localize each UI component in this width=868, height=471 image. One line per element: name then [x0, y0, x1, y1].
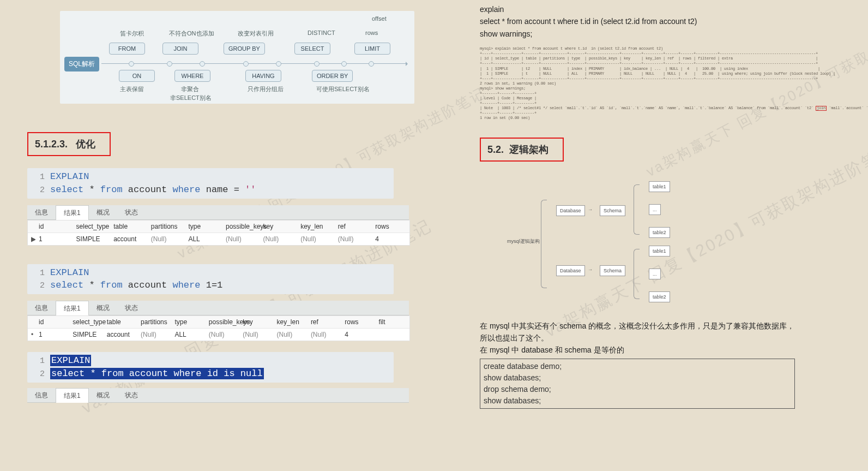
code-block-3: 1EXPLAIN 2select * from account where id… — [27, 352, 394, 383]
col-filtered[interactable]: filt — [376, 316, 409, 329]
arch-root-label: mysql逻辑架构 — [507, 238, 540, 245]
arch-ellipsis-low: ... — [649, 269, 661, 279]
explain-sql-text: explain select * from account t where t.… — [480, 3, 797, 40]
tab-info[interactable]: 信息 — [27, 205, 56, 219]
cell: (Null) — [148, 232, 185, 245]
col-ref[interactable]: ref — [308, 316, 341, 329]
section-heading-logical-arch: 5.2. 逻辑架构 — [480, 138, 564, 162]
tab-result1[interactable]: 结果1 — [56, 388, 89, 403]
tab-info[interactable]: 信息 — [27, 388, 56, 402]
node-where: WHERE — [174, 70, 210, 82]
label-rows: rows — [365, 29, 378, 36]
cell: (Null) — [222, 232, 260, 245]
col-table[interactable]: table — [110, 220, 148, 233]
section-title: 优化 — [76, 139, 95, 150]
grid-row[interactable]: ▶ 1 SIMPLE account (Null) ALL (Null) (Nu… — [28, 232, 409, 245]
tab-result1[interactable]: 结果1 — [56, 301, 89, 315]
col-table[interactable]: table — [104, 316, 137, 329]
label-distinct: DISTINCT — [308, 29, 335, 36]
tab-profile[interactable]: 概况 — [89, 301, 117, 315]
col-select-type[interactable]: select_type — [73, 220, 111, 233]
arch-schema-2: Schema — [600, 265, 625, 276]
cell: ALL — [185, 232, 222, 245]
sql-parsing-diagram: SQL解析 FROM JOIN GROUP BY SELECT LIMIT ON… — [60, 11, 414, 104]
col-key[interactable]: key — [260, 220, 298, 233]
col-key-len[interactable]: key_len — [297, 220, 335, 233]
col-rows[interactable]: rows — [372, 220, 409, 233]
code-token: EXPLAIN — [50, 171, 89, 182]
line-number: 1 — [29, 267, 50, 279]
tab-result1[interactable]: 结果1 — [56, 205, 89, 220]
code-block-1: 1EXPLAIN 2select * from account where na… — [27, 168, 394, 199]
code-selected: EXPLAIN — [50, 355, 91, 366]
node-on: ON — [119, 70, 155, 82]
tab-status[interactable]: 状态 — [117, 205, 146, 219]
node-orderby: ORDER BY — [312, 70, 353, 82]
code-selected: select * from account where id is null — [50, 368, 264, 379]
section-number: 5.2. — [487, 144, 504, 155]
label-tableref: 改变对表引用 — [238, 29, 274, 38]
code-block-2: 1EXPLAIN 2select * from account where 1=… — [27, 264, 394, 295]
arch-schema-1: Schema — [600, 205, 625, 216]
arch-table2-low: table2 — [649, 291, 670, 302]
cell — [376, 329, 409, 341]
col-id[interactable]: id — [35, 316, 69, 329]
section-title: 逻辑架构 — [509, 144, 548, 155]
tab-profile[interactable]: 概况 — [89, 205, 117, 219]
node-limit: LIMIT — [354, 43, 390, 55]
sql-line: create database demo; — [484, 361, 791, 372]
line-number: 1 — [29, 171, 50, 183]
cell: 4 — [341, 329, 375, 341]
label-nonselectalias: 非SELECT别名 — [170, 94, 212, 102]
col-type[interactable]: type — [171, 316, 205, 329]
label-offset: offset — [372, 15, 387, 22]
col-key[interactable]: key — [239, 316, 273, 329]
col-possible-keys[interactable]: possible_keys — [206, 316, 239, 329]
col-partitions[interactable]: partitions — [148, 220, 185, 233]
arch-database-1: Database — [556, 205, 585, 216]
tab-profile[interactable]: 概况 — [89, 388, 117, 402]
label-onkeep: 不符合ON也添加 — [169, 29, 214, 38]
tab-status[interactable]: 状态 — [117, 388, 146, 402]
cell: 1 — [35, 232, 73, 245]
node-join: JOIN — [162, 43, 198, 55]
cell: (Null) — [137, 329, 171, 341]
node-from: FROM — [109, 43, 145, 55]
section-heading-optimization: 5.1.2.3. 优化 — [27, 132, 111, 156]
node-having: HAVING — [245, 70, 281, 82]
cell: (Null) — [308, 329, 341, 341]
tab-status[interactable]: 状态 — [117, 301, 146, 315]
cell: SIMPLE — [69, 329, 103, 341]
sql-line: show databases; — [484, 372, 791, 384]
explain-line1: explain — [480, 3, 797, 15]
col-ref[interactable]: ref — [335, 220, 372, 233]
sql-line: drop schema demo; — [484, 384, 791, 395]
cell: account — [110, 232, 148, 245]
mysql-console-output: mysql> explain select * from account t w… — [480, 46, 797, 121]
result-tabs-3: 信息 结果1 概况 状态 — [27, 388, 409, 403]
label-selectalias: 可使用SELECT别名 — [316, 85, 370, 93]
arch-database-2: Database — [556, 265, 585, 276]
logical-arch-diagram: mysql逻辑架构 Database Schema table1 ... tab… — [507, 178, 758, 309]
node-select: SELECT — [294, 43, 330, 55]
line-number: 2 — [29, 184, 50, 196]
cell: (Null) — [239, 329, 273, 341]
grid-row[interactable]: • 1 SIMPLE account (Null) ALL (Null) (Nu… — [28, 329, 409, 341]
col-type[interactable]: type — [185, 220, 222, 233]
arch-paragraph-1: 在 mysql 中其实还有个 schema 的概念，这概念没什么太多作用，只是为… — [480, 320, 797, 344]
label-aftergroup: 只作用分组后 — [248, 85, 284, 93]
line-number: 2 — [29, 280, 50, 291]
grid-header-row: id select_type table partitions type pos… — [28, 220, 409, 233]
col-select-type[interactable]: select_type — [69, 316, 103, 329]
col-partitions[interactable]: partitions — [137, 316, 171, 329]
arch-table2-up: table2 — [649, 227, 670, 238]
arch-table1-low: table1 — [649, 246, 670, 257]
col-key-len[interactable]: key_len — [274, 316, 308, 329]
cell: (Null) — [274, 329, 308, 341]
col-rows[interactable]: rows — [341, 316, 375, 329]
col-id[interactable]: id — [35, 220, 73, 233]
result-grid-1: id select_type table partitions type pos… — [27, 220, 410, 246]
col-possible-keys[interactable]: possible_keys — [222, 220, 260, 233]
tab-info[interactable]: 信息 — [27, 301, 56, 315]
sql-line: show databases; — [484, 395, 791, 407]
